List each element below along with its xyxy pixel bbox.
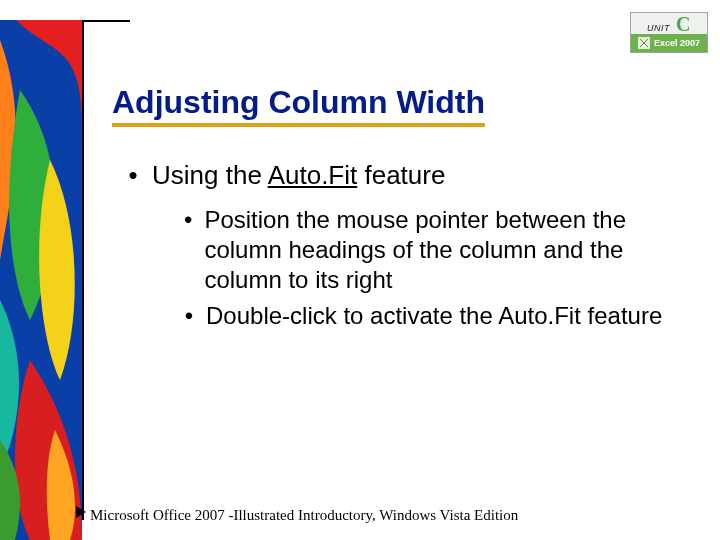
bullet-level2-text: Position the mouse pointer between the c…: [204, 205, 668, 295]
bullet-level2: • Double-click to activate the Auto.Fit …: [184, 301, 668, 331]
title-underline: [112, 123, 485, 127]
lvl1-suffix: feature: [357, 160, 445, 190]
unit-label: UNIT: [647, 23, 670, 33]
bullet-level1: • Using the Auto.Fit feature: [128, 160, 668, 191]
svg-rect-1: [0, 0, 82, 20]
footer-triangle-icon: [76, 506, 86, 518]
lvl1-emphasis: Auto.Fit: [268, 160, 358, 190]
frame-vertical: [82, 20, 84, 520]
slide-title: Adjusting Column Width: [112, 84, 485, 127]
lvl1-prefix: Using the: [152, 160, 268, 190]
bullet-dot-icon: •: [128, 160, 138, 191]
decorative-sidebar: [0, 0, 82, 540]
unit-badge: UNIT C Excel 2007: [630, 12, 708, 53]
frame-horizontal: [82, 20, 130, 22]
bullet-level2-text: Double-click to activate the Auto.Fit fe…: [206, 301, 662, 331]
bullet-dot-icon: •: [184, 301, 194, 331]
excel-icon: [638, 37, 650, 49]
bullet-level1-text: Using the Auto.Fit feature: [152, 160, 445, 191]
bullet-dot-icon: •: [184, 205, 192, 295]
title-text: Adjusting Column Width: [112, 84, 485, 120]
slide-body: • Using the Auto.Fit feature • Position …: [128, 160, 668, 337]
product-name: Excel 2007: [654, 38, 700, 48]
bullet-level2: • Position the mouse pointer between the…: [184, 205, 668, 295]
unit-letter: C: [676, 15, 691, 33]
footer-text: Microsoft Office 2007 -Illustrated Intro…: [90, 507, 518, 524]
